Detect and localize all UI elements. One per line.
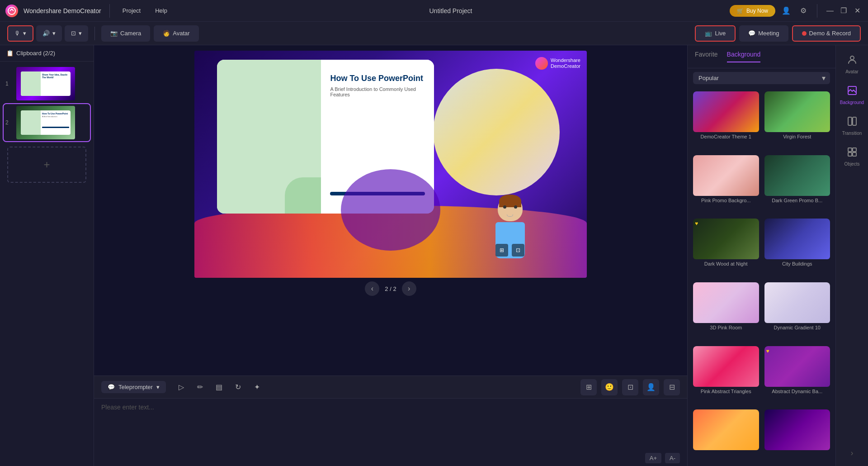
add-clip-icon: + — [43, 158, 50, 171]
close-button[interactable]: ✕ — [852, 5, 863, 16]
bg-thumb-dark-wood: ♥ — [693, 219, 759, 259]
buy-now-button[interactable]: 🛒 Buy Now — [730, 5, 775, 17]
avatar-controls[interactable]: ⊞ ⊡ — [495, 244, 524, 257]
bg-item-dark-wood[interactable]: ♥ Dark Wood at Night — [693, 219, 759, 277]
minimize-button[interactable]: — — [825, 5, 835, 16]
favorite-tab-label: Favorite — [695, 51, 718, 58]
menu-help[interactable]: Help — [151, 5, 172, 16]
audio-button[interactable]: 🔊 ▾ — [36, 25, 62, 42]
tp-btn-4[interactable]: 👤 — [643, 379, 659, 395]
bg-label-city-buildings: City Buildings — [764, 261, 830, 266]
window-controls: — ❐ ✕ — [825, 5, 863, 16]
tp-play-button[interactable]: ▷ — [174, 380, 189, 395]
bg-label-3d-pink: 3D Pink Room — [693, 325, 759, 330]
camera-label: Camera — [120, 30, 141, 37]
bg-item-3d-pink[interactable]: 3D Pink Room — [693, 282, 759, 341]
avatar-ctrl-1[interactable]: ⊞ — [495, 244, 508, 257]
clip-item-1[interactable]: 1 Share Your Idea, Dazzle The World! — [4, 65, 90, 102]
live-icon: 📺 — [705, 30, 712, 37]
avatar-head — [498, 196, 523, 221]
avatar-hair — [499, 195, 521, 207]
text-placeholder: Please enter text... — [101, 404, 154, 411]
user-icon[interactable]: 👤 — [780, 5, 793, 17]
tp-edit-button[interactable]: ✏ — [193, 380, 208, 395]
add-clip-button[interactable]: + — [7, 147, 86, 183]
bg-tab-background[interactable]: Background — [727, 51, 761, 62]
svg-rect-4 — [853, 117, 856, 125]
bottom-toolbar: 💬 Teleprompter ▾ ▷ ✏ ▤ ↻ ✦ ⊞ 🙂 ⊡ 👤 ⊟ — [94, 376, 687, 466]
bg-item-dark-green[interactable]: Dark Green Promo B... — [764, 155, 830, 214]
logo-line2: DemoCreator — [551, 63, 580, 69]
teleprompter-button[interactable]: 💬 Teleprompter ▾ — [101, 381, 166, 393]
bg-filter-select[interactable]: Popular Nature Abstract Urban Space — [693, 72, 830, 84]
clip-preview-1: Share Your Idea, Dazzle The World! — [21, 71, 71, 96]
clip-item-2[interactable]: 2 How To Use PowerPoint A Brief Introduc… — [4, 104, 90, 141]
bg-panel-header: Favorite Background — [688, 45, 835, 68]
bg-item-virgin-forest[interactable]: Virgin Forest — [764, 91, 830, 150]
audio-dropdown-icon: ▾ — [52, 30, 56, 37]
bg-item-democreator[interactable]: DemoCreator Theme 1 — [693, 91, 759, 150]
clip-bg-2: How To Use PowerPoint A Brief Introducti… — [16, 106, 75, 139]
bg-thumb-city-buildings — [764, 219, 830, 259]
clipboard-icon: 📋 — [6, 50, 14, 57]
clip-num-1: 1 — [5, 81, 13, 87]
bg-item-pink-promo[interactable]: Pink Promo Backgro... — [693, 155, 759, 214]
maximize-button[interactable]: ❐ — [838, 5, 849, 16]
settings-icon[interactable]: ⚙ — [797, 5, 810, 17]
avatar-ctrl-2[interactable]: ⊡ — [512, 244, 524, 257]
clip-bg-1: Share Your Idea, Dazzle The World! — [16, 67, 75, 100]
bg-item-purple-space[interactable] — [764, 409, 830, 462]
tp-layout-button[interactable]: ▤ — [212, 380, 226, 395]
right-tab-objects[interactable]: Objects — [838, 142, 867, 171]
next-slide-button[interactable]: › — [402, 281, 416, 296]
camera-button[interactable]: 📷 Camera — [101, 25, 150, 42]
canvas-background: How To Use PowerPoint A Brief Introducti… — [194, 51, 587, 278]
bg-item-mountains[interactable] — [693, 409, 759, 462]
deco-blob — [341, 169, 440, 251]
toolbar: 🎙 ▾ 🔊 ▾ ⊡ ▾ 📷 Camera 🧑 Avatar 📺 Live 💬 M… — [0, 22, 868, 45]
live-button[interactable]: 📺 Live — [695, 25, 736, 42]
tp-btn-2[interactable]: 🙂 — [601, 379, 618, 395]
app-name: Wondershare DemoCreator — [24, 7, 101, 14]
font-decrease-button[interactable]: A- — [665, 453, 680, 463]
clip-thumb-1: Share Your Idea, Dazzle The World! — [16, 67, 75, 100]
menu-project[interactable]: Project — [118, 5, 145, 16]
title-bar: Wondershare DemoCreator Project Help Unt… — [0, 0, 868, 22]
tp-btn-1[interactable]: ⊞ — [580, 379, 597, 395]
bg-thumb-abstract-dynamic: ♥ — [764, 346, 830, 387]
slide-counter: 2 / 2 — [385, 285, 396, 292]
scroll-more-icon[interactable]: › — [851, 448, 854, 461]
objects-tab-label: Objects — [844, 162, 860, 166]
meeting-label: Meeting — [758, 30, 779, 37]
divider — [109, 4, 110, 18]
meeting-button[interactable]: 💬 Meeting — [739, 25, 788, 42]
bg-label-dynamic-gradient: Dynamic Gradient 10 — [764, 325, 830, 330]
right-tab-background[interactable]: Background — [838, 81, 867, 109]
svg-rect-5 — [848, 148, 852, 152]
font-increase-button[interactable]: A+ — [645, 453, 661, 463]
prev-slide-button[interactable]: ‹ — [365, 281, 379, 296]
teleprompter-right: ⊞ 🙂 ⊡ 👤 ⊟ — [580, 379, 680, 395]
tp-star-button[interactable]: ✦ — [250, 380, 264, 395]
screen-button[interactable]: ⊡ ▾ — [65, 25, 88, 42]
avatar-right-eye — [514, 205, 517, 209]
bg-item-pink-triangles[interactable]: Pink Abstract Triangles — [693, 346, 759, 404]
canvas-logo: Wondershare DemoCreator — [535, 57, 580, 70]
tp-btn-5[interactable]: ⊟ — [664, 379, 680, 395]
objects-tab-icon — [847, 147, 858, 160]
bg-label-virgin-forest: Virgin Forest — [764, 134, 830, 139]
divider2 — [817, 4, 817, 18]
mic-button[interactable]: 🎙 ▾ — [7, 25, 33, 42]
right-tab-avatar[interactable]: Avatar — [838, 50, 867, 79]
bg-item-city-buildings[interactable]: City Buildings — [764, 219, 830, 277]
screen-dropdown-icon: ▾ — [79, 30, 82, 37]
bg-item-dynamic-gradient[interactable]: Dynamic Gradient 10 — [764, 282, 830, 341]
bg-item-abstract-dynamic[interactable]: ♥ Abstract Dynamic Ba... — [764, 346, 830, 404]
tp-btn-3[interactable]: ⊡ — [622, 379, 638, 395]
demo-record-button[interactable]: Demo & Record — [792, 25, 861, 42]
avatar-mode-button[interactable]: 🧑 Avatar — [154, 25, 198, 42]
bg-filter-wrapper: Popular Nature Abstract Urban Space — [693, 72, 830, 84]
bg-tab-favorite[interactable]: Favorite — [695, 51, 718, 62]
right-tab-transition[interactable]: Transition — [838, 111, 867, 140]
tp-loop-button[interactable]: ↻ — [231, 380, 245, 395]
